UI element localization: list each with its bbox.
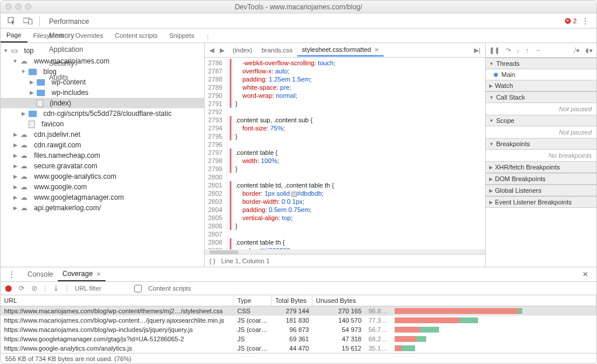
drawer-tabs: ⋮ ConsoleCoverage ✕ ✕: [1, 267, 596, 282]
coverage-toolbar: ⟳ ⊘ | ⤓ | Content scripts: [1, 282, 596, 295]
breakpoints-header[interactable]: ▼Breakpoints: [486, 138, 596, 150]
file-icon: [29, 121, 35, 128]
col-type[interactable]: Type: [234, 295, 272, 306]
drawer-tab-coverage[interactable]: Coverage ✕: [58, 267, 106, 281]
export-icon[interactable]: ⤓: [53, 284, 59, 292]
global-listeners-header[interactable]: ▶Global Listeners: [486, 185, 596, 196]
tree-item[interactable]: favicon: [1, 119, 204, 129]
cloud-icon: ☁: [20, 183, 27, 191]
panel-tab-performance[interactable]: Performance: [43, 15, 95, 29]
tree-host-item[interactable]: ▶☁ files.namecheap.com: [1, 150, 204, 161]
error-count-badge[interactable]: ✕2: [565, 17, 577, 24]
folder-icon: [29, 111, 37, 117]
deactivate-bp-icon[interactable]: ⧸●: [574, 47, 580, 54]
url-filter-input[interactable]: [75, 285, 127, 292]
col-url[interactable]: URL: [1, 295, 234, 306]
debug-toolbar: ❚❚ ↷ ↓ ↑ → ⧸● ◖●: [486, 43, 596, 58]
sources-tab-snippets[interactable]: Snippets: [163, 29, 200, 42]
tree-item[interactable]: ▶ wp-content: [1, 77, 204, 87]
more-subtabs-icon[interactable]: ⋮: [203, 33, 212, 43]
tree-host-item[interactable]: ▶☁ www.google.com: [1, 182, 204, 192]
nav-fwd-icon[interactable]: ▶: [217, 47, 227, 54]
step-into-icon[interactable]: ↓: [517, 47, 520, 54]
clear-icon[interactable]: ⊘: [31, 284, 37, 292]
close-tab-icon[interactable]: ✕: [374, 47, 379, 53]
inspect-icon[interactable]: [7, 16, 16, 26]
tree-item[interactable]: ▶ cdn-cgi/scripts/5c5dd728/cloudflare-st…: [1, 108, 204, 119]
tree-host-item[interactable]: ▶☁ cdn.rawgit.com: [1, 140, 204, 150]
coverage-row[interactable]: https://www.macariojames.com/blog/wp-con…: [1, 306, 596, 316]
tree-item[interactable]: ▶ wp-includes: [1, 87, 204, 98]
step-out-icon[interactable]: ↑: [526, 47, 529, 54]
window-title: DevTools - www.macariojames.com/blog/: [1, 3, 596, 11]
cloud-icon: ☁: [20, 162, 27, 170]
callstack-header[interactable]: ▼Call Stack: [486, 91, 596, 103]
cloud-icon: ☁: [20, 57, 27, 65]
tree-host-item[interactable]: ▶☁ www.googletagmanager.com: [1, 192, 204, 203]
device-toolbar-icon[interactable]: [23, 16, 33, 26]
file-icon: [37, 100, 43, 107]
coverage-header[interactable]: URL Type Total Bytes Unused Bytes: [1, 295, 596, 306]
tree-item[interactable]: ▼ blog: [1, 66, 204, 77]
tree-host-item[interactable]: ▶☁ secure.gravatar.com: [1, 161, 204, 171]
more-icon[interactable]: ⋮: [581, 16, 590, 26]
drawer-tab-console[interactable]: Console: [23, 267, 58, 281]
pause-exceptions-icon[interactable]: ◖●: [585, 47, 593, 54]
editor-h-scrollbar[interactable]: [205, 249, 485, 254]
step-icon[interactable]: →: [535, 47, 541, 54]
file-tree[interactable]: ▼▭ top ▼☁ www.macariojames.com ▼ blog▶ w…: [1, 43, 205, 267]
cursor-position: Line 1, Column 1: [221, 257, 269, 264]
coverage-row[interactable]: https://www.macariojames.com/blog/wp-con…: [1, 316, 596, 325]
cloud-icon: ☁: [20, 172, 27, 181]
col-total[interactable]: Total Bytes: [272, 295, 312, 306]
sources-tab-content-scripts[interactable]: Content scripts: [109, 29, 163, 42]
tree-host-item[interactable]: ▶☁ cdn.jsdelivr.net: [1, 129, 204, 140]
sources-tab-filesystem[interactable]: Filesystem: [27, 29, 70, 42]
reload-icon[interactable]: ⟳: [19, 284, 24, 292]
breakpoints-empty: No breakpoints: [486, 150, 596, 161]
nav-back-icon[interactable]: ◀: [207, 47, 216, 54]
scope-header[interactable]: ▼Scope: [486, 115, 596, 126]
dom-bp-header[interactable]: ▶DOM Breakpoints: [486, 173, 596, 185]
drawer-more-icon[interactable]: ⋮: [7, 270, 16, 279]
step-over-icon[interactable]: ↷: [505, 47, 511, 54]
tree-item[interactable]: (index): [1, 98, 204, 108]
threads-header[interactable]: ▼Threads: [486, 58, 596, 69]
coverage-row[interactable]: https://www.macariojames.com/blog/wp-inc…: [1, 325, 596, 334]
main-panel-tabs: ElementsConsoleSourcesNetworkPerformance…: [1, 13, 596, 29]
editor-tab[interactable]: brands.css: [257, 44, 297, 56]
editor-tab[interactable]: stylesheet.css:formatted✕: [297, 44, 384, 56]
xhr-bp-header[interactable]: ▶XHR/fetch Breakpoints: [486, 161, 596, 173]
code-body[interactable]: -webkit-overflow-scrolling: touch; overf…: [227, 58, 370, 249]
show-navigator-icon[interactable]: ▶|: [472, 47, 483, 54]
editor-tab[interactable]: (index): [228, 44, 257, 56]
drawer-close-icon[interactable]: ✕: [581, 270, 590, 279]
window-titlebar: DevTools - www.macariojames.com/blog/: [1, 1, 596, 13]
sources-tab-overrides[interactable]: Overrides: [69, 29, 109, 42]
watch-header[interactable]: ▶Watch: [486, 80, 596, 91]
debugger-pane: ❚❚ ↷ ↓ ↑ → ⧸● ◖● ▼Threads Main ▶Watch ▼C…: [486, 43, 596, 267]
event-bp-header[interactable]: ▶Event Listener Breakpoints: [486, 196, 596, 208]
record-icon[interactable]: [5, 285, 12, 292]
sources-tab-page[interactable]: Page: [1, 29, 27, 43]
tree-top[interactable]: ▼▭ top: [1, 45, 204, 56]
code-editor[interactable]: 2786278727882789279027912792279327942795…: [205, 58, 485, 249]
cloud-icon: ☁: [20, 193, 27, 202]
coverage-row[interactable]: https://www.googletagmanager.com/gtag/js…: [1, 334, 596, 344]
cloud-icon: ☁: [20, 151, 27, 160]
col-unused[interactable]: Unused Bytes: [312, 295, 596, 306]
tree-host-item[interactable]: ▶☁ www.google-analytics.com: [1, 171, 204, 182]
tree-host-item[interactable]: ▶☁ api.getmakerlog.com/: [1, 203, 204, 213]
sources-subtabs: PageFilesystemOverridesContent scriptsSn…: [1, 29, 596, 43]
window-frame-icon: ▭: [11, 47, 17, 55]
scope-empty: Not paused: [486, 126, 596, 138]
callstack-empty: Not paused: [486, 103, 596, 115]
content-scripts-checkbox[interactable]: Content scripts: [134, 285, 191, 292]
coverage-row[interactable]: https://www.google-analytics.com/analyti…: [1, 344, 596, 353]
thread-main[interactable]: Main: [486, 69, 596, 80]
close-tab-icon[interactable]: ✕: [96, 271, 101, 277]
pretty-print-icon[interactable]: { }: [209, 257, 215, 264]
pause-icon[interactable]: ❚❚: [489, 47, 500, 54]
line-gutter: 2786278727882789279027912792279327942795…: [205, 58, 227, 249]
tree-host[interactable]: ▼☁ www.macariojames.com: [1, 56, 204, 66]
